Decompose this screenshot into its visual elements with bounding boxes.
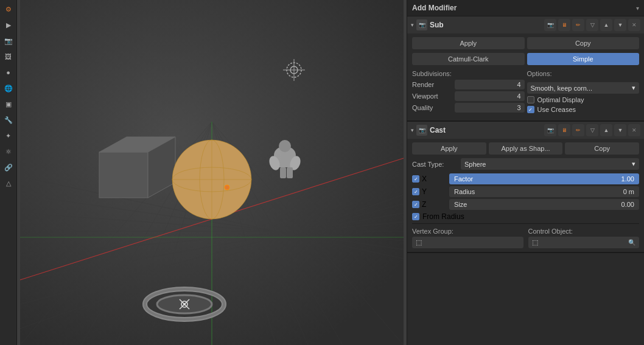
sub-modifier-header-icons: 📷 🖥 ✏ ▽ ▲ ▼ ✕ [544, 19, 640, 31]
render-field-row: Render 4 [412, 80, 525, 89]
svg-point-32 [279, 140, 291, 152]
cast-modifier-name: Cast [430, 126, 542, 134]
render-value[interactable]: 4 [455, 80, 525, 89]
tools-icon[interactable]: ⚙ [2, 2, 15, 16]
cast-type-row: Cast Type: Sphere ▾ [412, 158, 639, 170]
viewport-value[interactable]: 4 [455, 91, 525, 101]
radius-label: Radius [454, 188, 475, 195]
physics-icon[interactable]: ⚛ [2, 145, 15, 158]
vertex-control-row: Vertex Group: ⬚ Control Object: ⬚ 🔍 [412, 228, 639, 248]
x-checkbox[interactable] [412, 175, 419, 183]
data-icon[interactable]: △ [2, 176, 15, 190]
cast-modifier-arrow[interactable]: ▾ [411, 127, 414, 133]
cast-type-dropdown[interactable]: Sphere ▾ [461, 158, 639, 170]
sub-modifier-name: Sub [430, 21, 542, 29]
particles-icon[interactable]: ✦ [2, 129, 15, 142]
view-icon[interactable]: ▶ [2, 18, 15, 32]
viewport-field-row: Viewport 4 [412, 91, 525, 101]
optimal-display-checkbox[interactable] [527, 96, 534, 103]
cast-render-icon[interactable]: 📷 [544, 124, 556, 136]
from-radius-label: From Radius [422, 212, 464, 221]
svg-point-28 [225, 185, 229, 190]
from-radius-checkbox[interactable] [412, 213, 419, 220]
size-value: 0.00 [621, 201, 634, 208]
simple-button[interactable]: Simple [527, 53, 640, 65]
z-checkbox[interactable] [412, 201, 419, 208]
sub-apply-button[interactable]: Apply [412, 37, 525, 49]
cast-apply-shape-button[interactable]: Apply as Shap... [489, 142, 563, 155]
cast-edit-icon[interactable]: ✏ [572, 124, 584, 136]
sub-render-icon[interactable]: 📷 [544, 19, 556, 31]
panel-chevron[interactable]: ▾ [636, 5, 639, 12]
viewport[interactable] [17, 0, 407, 345]
quality-value[interactable]: 3 [455, 103, 525, 113]
cast-modifier-header-icons: 📷 🖥 ✏ ▽ ▲ ▼ ✕ [544, 124, 640, 136]
svg-point-44 [183, 303, 186, 305]
smooth-dropdown[interactable]: Smooth, keep corn... ▾ [527, 82, 640, 94]
z-label: Z [422, 200, 426, 209]
sub-modifier-body: Apply Copy Catmull-Clark Simple Subdivis… [407, 33, 644, 120]
cast-modifier-icon: 📷 [416, 125, 427, 136]
render-icon[interactable]: 📷 [2, 34, 15, 47]
factor-field[interactable]: Factor 1.00 [449, 173, 639, 184]
cast-apply-button[interactable]: Apply [412, 142, 486, 155]
cast-modifier-block: ▾ 📷 Cast 📷 🖥 ✏ ▽ ▲ ▼ ✕ Apply Apply as Sh… [407, 122, 644, 253]
sub-down-icon[interactable]: ▼ [614, 19, 626, 31]
y-checkbox-group: Y [412, 187, 446, 196]
sub-edit-icon[interactable]: ✏ [572, 19, 584, 31]
object-icon[interactable]: ▣ [2, 97, 15, 111]
size-field[interactable]: Size 0.00 [449, 199, 639, 210]
y-row: Y Radius 0 m [412, 186, 639, 197]
subdivisions-label: Subdivisions: [412, 70, 525, 77]
cast-type-value: Sphere [464, 161, 486, 168]
control-object-icon: ⬚ [532, 239, 538, 246]
use-creases-row: Use Creases [527, 106, 640, 113]
sub-close-icon[interactable]: ✕ [628, 19, 640, 31]
world-icon[interactable]: 🌐 [2, 82, 15, 95]
cast-viewport-icon[interactable]: 🖥 [558, 124, 570, 136]
radius-value: 0 m [623, 188, 634, 195]
cast-close-icon[interactable]: ✕ [628, 124, 640, 136]
viewport-label: Viewport [412, 92, 455, 100]
cast-up-icon[interactable]: ▲ [600, 124, 612, 136]
use-creases-label: Use Creases [537, 106, 576, 113]
add-modifier-header: Add Modifier ▾ [407, 0, 644, 16]
cube-object [99, 137, 175, 198]
vertex-group-field[interactable]: ⬚ [412, 237, 523, 248]
cast-filter-icon[interactable]: ▽ [586, 124, 598, 136]
right-panel: Add Modifier ▾ ▾ 📷 Sub 📷 🖥 ✏ ▽ ▲ ▼ ✕ App… [407, 0, 644, 345]
x-row: X Factor 1.00 [412, 173, 639, 184]
sub-mode-buttons: Catmull-Clark Simple [412, 53, 639, 65]
sub-viewport-icon[interactable]: 🖥 [558, 19, 570, 31]
sub-modifier-block: ▾ 📷 Sub 📷 🖥 ✏ ▽ ▲ ▼ ✕ Apply Copy Catmull… [407, 16, 644, 122]
picker-icon: 🔍 [628, 239, 635, 246]
use-creases-checkbox[interactable] [527, 106, 534, 113]
sub-up-icon[interactable]: ▲ [600, 19, 612, 31]
catmull-clark-button[interactable]: Catmull-Clark [412, 53, 525, 65]
control-object-field[interactable]: ⬚ 🔍 [528, 237, 640, 248]
svg-rect-37 [287, 167, 293, 178]
sub-modifier-arrow[interactable]: ▾ [411, 22, 414, 28]
cast-type-chevron-icon: ▾ [632, 160, 635, 168]
optimal-display-label: Optimal Display [537, 96, 584, 103]
cast-modifier-body: Apply Apply as Shap... Copy Cast Type: S… [407, 139, 644, 252]
sub-filter-icon[interactable]: ▽ [586, 19, 598, 31]
quality-field-row: Quality 3 [412, 103, 525, 113]
from-radius-row: From Radius [412, 212, 639, 221]
material-icon[interactable]: ● [2, 66, 15, 79]
radius-field[interactable]: Radius 0 m [449, 186, 639, 197]
divider [412, 223, 639, 224]
constraints-icon[interactable]: 🔗 [2, 161, 15, 174]
smooth-chevron-icon: ▾ [632, 84, 635, 92]
y-label: Y [422, 187, 427, 196]
smooth-label: Smooth, keep corn... [531, 85, 593, 92]
y-checkbox[interactable] [412, 188, 419, 195]
sub-copy-button[interactable]: Copy [527, 37, 640, 49]
z-row: Z Size 0.00 [412, 199, 639, 210]
control-object-label: Control Object: [528, 228, 640, 235]
image-icon[interactable]: 🖼 [2, 50, 15, 63]
cast-copy-button[interactable]: Copy [565, 142, 639, 155]
modifier-icon[interactable]: 🔧 [2, 113, 15, 127]
cast-down-icon[interactable]: ▼ [614, 124, 626, 136]
sub-modifier-icon: 📷 [416, 19, 427, 30]
